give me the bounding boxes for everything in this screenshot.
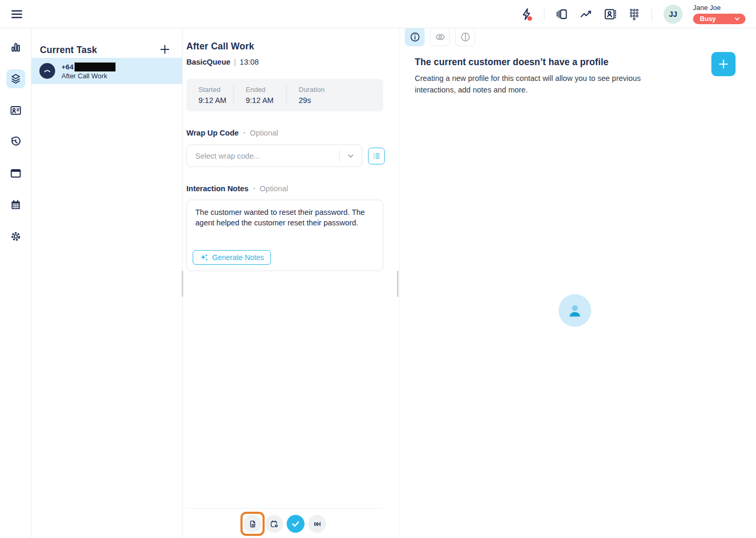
scrollbar-thumb[interactable] bbox=[397, 271, 398, 297]
wrap-code-select[interactable] bbox=[186, 144, 362, 167]
empty-state-text: The current customer doesn’t have a prof… bbox=[415, 57, 663, 96]
interaction-notes-document-button[interactable] bbox=[244, 515, 261, 533]
nav-settings-gear-icon[interactable] bbox=[6, 227, 25, 246]
wrap-code-select-input[interactable] bbox=[187, 152, 339, 160]
subtitle-separator: | bbox=[234, 58, 236, 66]
empty-state-title: The current customer doesn’t have a prof… bbox=[415, 57, 663, 68]
skip-forward-button[interactable] bbox=[308, 515, 326, 533]
task-status-label: After Call Work bbox=[61, 72, 116, 80]
optional-label: Optional bbox=[260, 184, 288, 193]
queue-name: BasicQueue bbox=[186, 58, 230, 66]
stat-started: Started 9:12 AM bbox=[186, 86, 233, 105]
status-label: Busy bbox=[700, 15, 716, 23]
chevron-down-icon[interactable] bbox=[340, 152, 362, 160]
tab-preview-eye-icon[interactable] bbox=[430, 27, 450, 46]
tab-split-view-icon[interactable] bbox=[455, 27, 475, 46]
top-bar: JJ Jane Joe Busy bbox=[0, 0, 756, 28]
user-name: Jane Joe bbox=[693, 4, 746, 12]
layout-panels-icon[interactable] bbox=[555, 7, 569, 21]
status-selector[interactable]: Busy bbox=[693, 14, 746, 24]
left-nav-rail bbox=[0, 28, 32, 538]
task-detail-subtitle: BasicQueue | 13:08 bbox=[186, 58, 400, 66]
dot-separator: • bbox=[253, 186, 255, 191]
call-stats-card: Started 9:12 AM Ended 9:12 AM Duration 2… bbox=[186, 79, 383, 111]
wrap-up-code-label-row: Wrap Up Code • Optional bbox=[186, 129, 400, 137]
current-task-panel: Current Task +64 After Call Work bbox=[32, 28, 183, 538]
add-task-button[interactable] bbox=[159, 44, 171, 57]
stat-duration: Duration 29s bbox=[287, 86, 324, 105]
interaction-notes-textarea[interactable]: The customer wanted to reset their passw… bbox=[187, 200, 383, 241]
task-detail-title: After Call Work bbox=[186, 41, 400, 52]
interaction-notes-box: The customer wanted to reset their passw… bbox=[186, 200, 383, 271]
wrap-code-list-button[interactable] bbox=[368, 148, 385, 164]
dialpad-icon[interactable] bbox=[627, 7, 641, 21]
profile-tabs bbox=[400, 27, 756, 46]
task-text: +64 After Call Work bbox=[61, 63, 116, 80]
topbar-actions: JJ Jane Joe Busy bbox=[520, 4, 756, 24]
complete-task-button[interactable] bbox=[287, 515, 304, 533]
avatar-initials: JJ bbox=[669, 10, 677, 18]
task-action-bar bbox=[244, 515, 326, 533]
task-duration-clock: 13:08 bbox=[240, 58, 259, 66]
task-phone-number: +64 bbox=[61, 63, 116, 71]
nav-browser-window-icon[interactable] bbox=[6, 164, 25, 183]
sparkle-icon bbox=[200, 253, 208, 262]
redacted-phone-number bbox=[75, 63, 116, 71]
interaction-notes-label-row: Interaction Notes • Optional bbox=[186, 184, 400, 193]
nav-calendar-icon[interactable] bbox=[6, 195, 25, 214]
interaction-notes-label: Interaction Notes bbox=[186, 184, 248, 193]
contact-book-icon[interactable] bbox=[603, 7, 617, 21]
after-call-work-panel: After Call Work BasicQueue | 13:08 Start… bbox=[183, 28, 400, 538]
user-info: Jane Joe Busy bbox=[693, 4, 746, 24]
flash-notification-icon[interactable] bbox=[520, 7, 533, 21]
schedule-callback-button[interactable] bbox=[265, 515, 283, 533]
call-ended-phone-icon bbox=[39, 63, 55, 79]
metrics-trend-icon[interactable] bbox=[579, 7, 593, 21]
check-icon bbox=[291, 519, 300, 529]
nav-contact-card-icon[interactable] bbox=[6, 101, 25, 120]
hamburger-menu-icon[interactable] bbox=[8, 6, 25, 23]
divider bbox=[544, 7, 544, 21]
bullet-list-icon bbox=[371, 151, 382, 161]
nav-history-icon[interactable] bbox=[6, 132, 25, 151]
plus-icon bbox=[159, 44, 171, 55]
empty-state-description: Creating a new profile for this contact … bbox=[415, 73, 663, 96]
scrollbar-thumb[interactable] bbox=[182, 271, 183, 297]
optional-label: Optional bbox=[250, 129, 278, 137]
tasks-panel-title: Current Task bbox=[40, 45, 97, 56]
profile-placeholder-avatar bbox=[559, 294, 591, 327]
dot-separator: • bbox=[244, 130, 245, 136]
nav-tasks-icon[interactable] bbox=[6, 69, 25, 88]
task-list-item[interactable]: +64 After Call Work bbox=[32, 58, 182, 84]
chevron-down-icon bbox=[733, 15, 741, 23]
create-profile-button[interactable] bbox=[711, 52, 736, 76]
profile-empty-state: The current customer doesn’t have a prof… bbox=[400, 46, 756, 96]
tab-info-icon[interactable] bbox=[405, 27, 425, 46]
customer-profile-panel: The current customer doesn’t have a prof… bbox=[400, 28, 756, 538]
divider bbox=[652, 7, 652, 21]
user-avatar[interactable]: JJ bbox=[664, 5, 682, 24]
nav-analytics-icon[interactable] bbox=[6, 38, 25, 57]
plus-icon bbox=[718, 58, 729, 70]
tasks-header: Current Task bbox=[32, 28, 182, 58]
stat-ended: Ended 9:12 AM bbox=[234, 86, 286, 105]
generate-notes-button[interactable]: Generate Notes bbox=[193, 250, 271, 265]
divider bbox=[186, 508, 383, 509]
wrap-up-code-row bbox=[186, 144, 400, 167]
wrap-up-code-label: Wrap Up Code bbox=[186, 129, 239, 137]
person-icon bbox=[565, 301, 584, 320]
